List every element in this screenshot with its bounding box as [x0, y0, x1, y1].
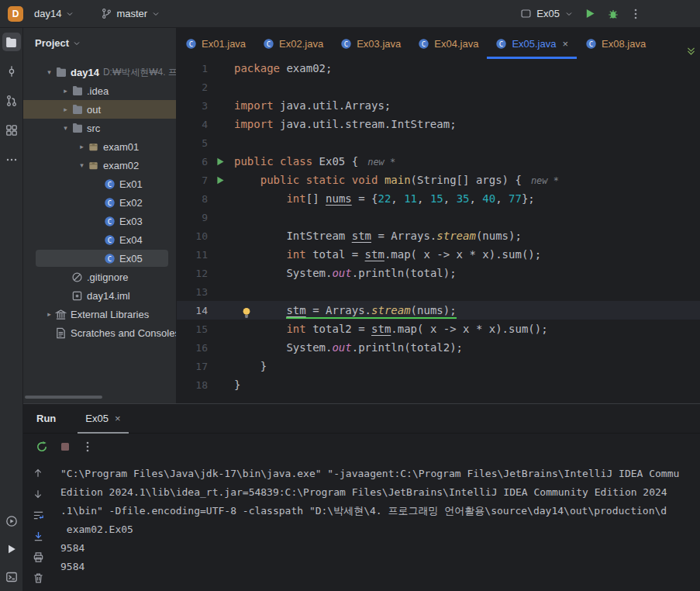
code-line-15[interactable]: 15 int total2 = stm.map( x -> x * x).sum… — [177, 320, 700, 338]
editor-gutter: 5 — [177, 137, 233, 149]
tree-item-day14[interactable]: ▾day14D:₩박세현₩4. 프 — [23, 63, 176, 81]
activitybar-more-icon[interactable] — [2, 150, 21, 169]
code-line-5[interactable]: 5 — [177, 133, 700, 152]
activitybar-run-icon[interactable] — [2, 540, 21, 558]
console-output[interactable]: "C:\Program Files\Java\jdk-17\bin\java.e… — [53, 460, 700, 591]
close-icon[interactable]: × — [562, 38, 568, 50]
code-line-4[interactable]: 4import java.util.stream.IntStream; — [177, 115, 700, 133]
code-line-8[interactable]: 8 int[] nums = {22, 11, 15, 35, 40, 77}; — [177, 189, 700, 208]
code-text: } — [233, 378, 700, 391]
library-icon — [54, 308, 67, 320]
chevron-right-icon[interactable]: ▸ — [60, 87, 71, 95]
code-line-9[interactable]: 9 — [177, 208, 700, 226]
code-line-18[interactable]: 18} — [177, 375, 700, 394]
code-line-16[interactable]: 16 System.out.println(total2); — [177, 338, 700, 357]
tree-item-Ex02[interactable]: CEx02 — [23, 193, 176, 212]
tree-item-Ex04[interactable]: CEx04 — [23, 230, 176, 249]
debug-button[interactable] — [607, 8, 619, 20]
intention-bulb-icon[interactable] — [242, 307, 251, 319]
code-line-10[interactable]: 10 IntStream stm = Arrays.stream(nums); — [177, 226, 700, 245]
svg-text:C: C — [108, 217, 112, 225]
activitybar-terminal-icon[interactable] — [2, 568, 21, 586]
tree-item-External-Libraries[interactable]: ▸External Libraries — [23, 305, 176, 323]
activitybar-project-icon[interactable] — [2, 33, 21, 51]
activitybar-services-icon[interactable] — [2, 512, 21, 531]
more-actions-button[interactable] — [630, 8, 641, 20]
code-line-14[interactable]: 14 stm = Arrays.stream(nums); — [177, 301, 700, 320]
editor-tab-Ex02.java[interactable]: CEx02.java — [254, 28, 332, 59]
code-line-6[interactable]: 6public class Ex05 {new * — [177, 152, 700, 171]
tree-item-label: .idea — [87, 85, 109, 97]
run-gutter-icon[interactable] — [208, 176, 233, 185]
tree-item-exam01[interactable]: ▸exam01 — [23, 137, 176, 156]
inspection-widget-icon[interactable] — [686, 46, 696, 56]
code-line-13[interactable]: 13 — [177, 282, 700, 301]
tree-item-day14.iml[interactable]: day14.iml — [23, 286, 176, 305]
clear-icon[interactable] — [29, 569, 47, 586]
editor-tab-Ex08.java[interactable]: CEx08.java — [577, 28, 654, 59]
tree-item-label: Ex04 — [119, 234, 143, 246]
editor-gutter: 16 — [177, 342, 233, 354]
code-text: } — [233, 360, 700, 372]
code-line-1[interactable]: 1package exam02; — [177, 59, 700, 78]
tree-item-label: Scratches and Consoles — [71, 327, 177, 339]
tree-item-.idea[interactable]: ▸.idea — [23, 81, 176, 100]
code-line-2[interactable]: 2 — [177, 78, 700, 96]
run-button[interactable] — [584, 8, 596, 19]
line-number: 11 — [177, 249, 208, 261]
activitybar-pull-requests-icon[interactable] — [2, 92, 21, 110]
tree-item-exam02[interactable]: ▾exam02 — [23, 156, 176, 175]
project-panel-header[interactable]: Project — [23, 28, 176, 57]
code-line-7[interactable]: 7 public static void main(String[] args)… — [177, 171, 700, 189]
tree-item-Ex03[interactable]: CEx03 — [23, 212, 176, 230]
soft-wrap-icon[interactable] — [29, 506, 47, 524]
chevron-right-icon[interactable]: ▸ — [77, 143, 87, 150]
editor-gutter: 1 — [177, 63, 233, 74]
chevron-right-icon[interactable]: ▸ — [44, 310, 54, 318]
vcs-branch-selector[interactable]: master — [96, 5, 165, 22]
code-line-3[interactable]: 3import java.util.Arrays; — [177, 96, 700, 115]
close-icon[interactable]: × — [115, 413, 121, 424]
code-line-12[interactable]: 12 System.out.println(total); — [177, 264, 700, 282]
tree-item-Scratches-and-Consoles[interactable]: Scratches and Consoles — [23, 323, 176, 342]
activitybar-commit-icon[interactable] — [2, 62, 21, 81]
activitybar-structure-icon[interactable] — [2, 121, 21, 140]
editor-tab-Ex03.java[interactable]: CEx03.java — [332, 28, 409, 59]
tree-item-.gitignore[interactable]: .gitignore — [23, 268, 176, 286]
project-selector-label: day14 — [34, 8, 61, 19]
code-text: public static void main(String[] args) {… — [233, 174, 700, 186]
rerun-button[interactable] — [36, 441, 48, 453]
chevron-down-icon[interactable]: ▾ — [77, 161, 87, 169]
arrow-up-icon[interactable] — [29, 465, 47, 482]
editor-tab-Ex04.java[interactable]: CEx04.java — [409, 28, 487, 59]
code-line-11[interactable]: 11 int total = stm.map( x -> x * x).sum(… — [177, 245, 700, 264]
tree-item-out[interactable]: ▸out — [23, 100, 176, 119]
run-tab[interactable]: Ex05 × — [78, 404, 128, 433]
svg-text:C: C — [108, 180, 112, 188]
scroll-end-icon[interactable] — [29, 527, 47, 544]
code-editor[interactable]: 1package exam02;23import java.util.Array… — [177, 59, 700, 403]
stop-button[interactable] — [60, 441, 71, 452]
arrow-down-icon[interactable] — [29, 486, 47, 503]
chevron-down-icon — [564, 9, 574, 19]
run-configuration-selector[interactable]: Ex05 — [520, 8, 574, 19]
class-icon: C — [103, 233, 116, 246]
more-options-button[interactable] — [82, 441, 93, 453]
code-line-17[interactable]: 17 } — [177, 357, 700, 375]
line-number: 14 — [177, 305, 208, 316]
tree-item-src[interactable]: ▾src — [23, 119, 176, 137]
run-panel-header: Run Ex05 × — [23, 404, 700, 434]
print-icon[interactable] — [29, 548, 47, 565]
run-gutter-icon[interactable] — [208, 157, 233, 166]
chevron-down-icon[interactable]: ▾ — [44, 68, 54, 76]
tree-item-Ex05[interactable]: CEx05 — [23, 249, 176, 268]
chevron-down-icon[interactable]: ▾ — [60, 124, 71, 132]
horizontal-scrollbar[interactable] — [25, 396, 102, 399]
project-tree: ▾day14D:₩박세현₩4. 프▸.idea▸out▾src▸exam01▾e… — [23, 63, 176, 342]
project-selector[interactable]: day14 — [29, 5, 79, 22]
editor-tab-Ex01.java[interactable]: CEx01.java — [177, 28, 254, 59]
editor-tab-Ex05.java[interactable]: CEx05.java× — [487, 28, 577, 59]
line-number: 9 — [177, 212, 208, 223]
chevron-right-icon[interactable]: ▸ — [60, 105, 71, 113]
tree-item-Ex01[interactable]: CEx01 — [23, 175, 176, 193]
